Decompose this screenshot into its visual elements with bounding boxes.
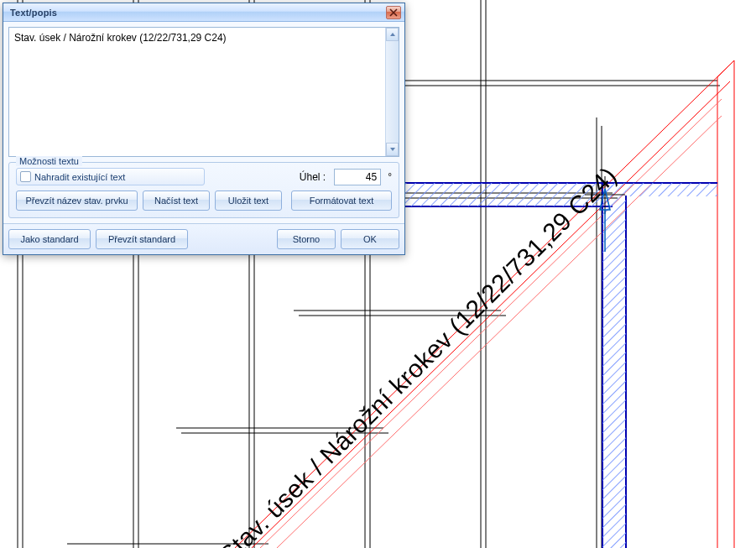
svg-rect-30 (625, 183, 717, 196)
angle-input[interactable] (334, 169, 381, 185)
take-element-name-button[interactable]: Převzít název stav. prvku (16, 190, 138, 211)
format-text-button[interactable]: Formátovat text (291, 190, 392, 211)
save-text-button[interactable]: Uložit text (215, 190, 282, 211)
scroll-down-button[interactable] (386, 143, 399, 156)
text-dialog: Text/popis Stav. úsek / Nárožní krokev (… (3, 3, 405, 255)
scroll-up-button[interactable] (386, 28, 399, 41)
dialog-title: Text/popis (10, 8, 57, 18)
close-icon[interactable] (386, 6, 401, 19)
take-standard-button[interactable]: Převzít standard (96, 229, 188, 249)
dialog-titlebar[interactable]: Text/popis (3, 3, 404, 22)
replace-existing-checkbox[interactable]: Nahradit existující text (16, 168, 205, 185)
checkbox-box[interactable] (20, 171, 31, 182)
text-area-wrapper: Stav. úsek / Nárožní krokev (12/22/731,2… (8, 27, 399, 157)
angle-label: Úhel : (300, 171, 326, 183)
dialog-footer: Jako standard Převzít standard Storno OK (3, 223, 404, 254)
ok-button[interactable]: OK (341, 229, 399, 249)
svg-rect-29 (602, 183, 626, 548)
text-area[interactable]: Stav. úsek / Nárožní krokev (12/22/731,2… (9, 28, 385, 156)
as-standard-button[interactable]: Jako standard (8, 229, 91, 249)
load-text-button[interactable]: Načíst text (143, 190, 210, 211)
text-options-group: Možnosti textu Nahradit existující text … (8, 162, 399, 218)
scrollbar[interactable] (385, 28, 399, 156)
checkbox-label: Nahradit existující text (34, 172, 125, 182)
cancel-button[interactable]: Storno (277, 229, 336, 249)
degree-symbol: ° (386, 171, 392, 183)
group-legend: Možnosti textu (16, 156, 82, 166)
